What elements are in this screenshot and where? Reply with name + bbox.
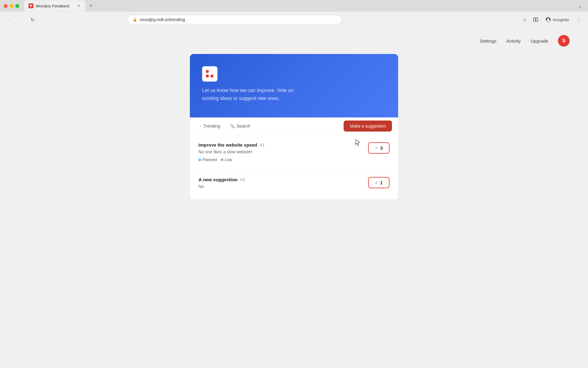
suggestion-content-2: A new suggestion #5 No [198, 177, 362, 192]
search-label: Search [237, 124, 250, 128]
split-view-button[interactable] [531, 15, 540, 24]
planned-dot [198, 159, 201, 161]
chevron-icon: ⌄ [578, 3, 582, 9]
browser-menu-button[interactable]: ⋮ [575, 15, 583, 24]
logo-dot-2 [210, 70, 213, 73]
close-button[interactable] [4, 4, 8, 8]
svg-point-0 [30, 5, 31, 6]
main-container: Let us know how we can improve. Vote on … [190, 54, 398, 212]
low-dot [221, 159, 223, 161]
trending-filter[interactable]: › Trending [196, 121, 224, 131]
back-button[interactable]: ← [5, 15, 13, 24]
minimize-button[interactable] [9, 4, 13, 8]
tag-low: Low [221, 157, 232, 162]
forward-button[interactable]: → [17, 15, 25, 24]
url-text: moodjoy.nolt.io/trending [140, 17, 185, 22]
suggestion-id-2: #5 [240, 177, 245, 182]
svg-rect-4 [536, 18, 538, 21]
vote-button-1[interactable]: ✓ 3 [368, 142, 390, 154]
suggestions-list: Improve the website speed #1 No one like… [190, 135, 398, 199]
svg-rect-3 [533, 18, 535, 21]
new-tab-button[interactable]: + [87, 2, 95, 10]
settings-link[interactable]: Settings [480, 38, 496, 44]
hero-tagline: Let us know how we can improve. Vote on … [202, 86, 306, 102]
checkmark-icon-1: ✓ [375, 146, 378, 150]
lock-icon: 🔒 [133, 17, 137, 22]
logo-dot-4 [210, 75, 213, 78]
vote-button-2[interactable]: ✓ 1 [368, 177, 390, 188]
bookmark-button[interactable]: ☆ [520, 15, 529, 24]
app-logo [202, 66, 217, 82]
logo-dot-1 [206, 70, 209, 73]
title-bar: Moodjoy Feedback ✕ + ⌄ [0, 0, 588, 12]
svg-point-2 [30, 6, 32, 7]
tab-favicon [28, 3, 33, 8]
vote-count-1: 3 [380, 145, 383, 151]
hero-banner: Let us know how we can improve. Vote on … [190, 54, 398, 117]
favicon-icon [29, 4, 32, 7]
search-icon: 🔍 [230, 124, 235, 128]
suggestion-title-2[interactable]: A new suggestion #5 [198, 177, 362, 182]
browser-actions: ☆ Incognito ⋮ [520, 15, 583, 24]
split-view-icon [533, 17, 538, 22]
svg-point-1 [31, 5, 32, 6]
maximize-button[interactable] [15, 4, 19, 8]
make-suggestion-button[interactable]: Make a suggestion [344, 121, 392, 132]
reload-button[interactable]: ↻ [28, 15, 37, 24]
top-nav: Settings Activity Upgrade S [0, 28, 588, 54]
planned-label: Planned [202, 157, 217, 162]
suggestion-title-1[interactable]: Improve the website speed #1 [198, 142, 362, 148]
suggestion-id-1: #1 [260, 142, 265, 148]
suggestion-content-1: Improve the website speed #1 No one like… [198, 142, 362, 162]
url-bar[interactable]: 🔒 moodjoy.nolt.io/trending [127, 15, 342, 24]
tag-planned: Planned [198, 157, 217, 162]
checkmark-icon-2: ✓ [375, 180, 378, 185]
window-controls: ⌄ [578, 3, 584, 9]
active-tab[interactable]: Moodjoy Feedback ✕ [24, 0, 85, 11]
suggestion-desc-2: No [198, 184, 362, 189]
address-bar: ← → ↻ 🔒 moodjoy.nolt.io/trending ☆ I [0, 12, 588, 28]
suggestion-tags-1: Planned Low [198, 157, 362, 162]
low-label: Low [225, 157, 232, 162]
suggestion-item-2: A new suggestion #5 No ✓ 1 [190, 170, 398, 199]
vote-count-2: 1 [380, 180, 383, 185]
tab-close-button[interactable]: ✕ [76, 3, 81, 8]
browser-chrome: Moodjoy Feedback ✕ + ⌄ ← → ↻ 🔒 moodjoy.n… [0, 0, 588, 28]
activity-link[interactable]: Activity [506, 38, 521, 44]
trending-label: Trending [203, 124, 220, 128]
incognito-label: Incognito [553, 17, 569, 22]
suggestion-desc-1: No one likes a slow website! [198, 149, 362, 154]
page-content: Settings Activity Upgrade S Let us know … [0, 28, 588, 357]
incognito-button[interactable]: Incognito [542, 16, 572, 24]
incognito-icon [545, 17, 551, 22]
filter-bar: › Trending 🔍 Search Make a suggestion [190, 117, 398, 135]
tab-title: Moodjoy Feedback [36, 4, 70, 8]
tab-bar: Moodjoy Feedback ✕ + [24, 0, 575, 11]
chevron-right-icon: › [200, 124, 202, 128]
search-filter[interactable]: 🔍 Search [226, 121, 254, 131]
upgrade-link[interactable]: Upgrade [530, 38, 548, 44]
user-avatar[interactable]: S [558, 35, 570, 47]
logo-dot-3 [206, 75, 209, 78]
suggestion-item-1: Improve the website speed #1 No one like… [190, 135, 398, 170]
traffic-lights [4, 4, 19, 8]
logo-dots [206, 70, 214, 78]
